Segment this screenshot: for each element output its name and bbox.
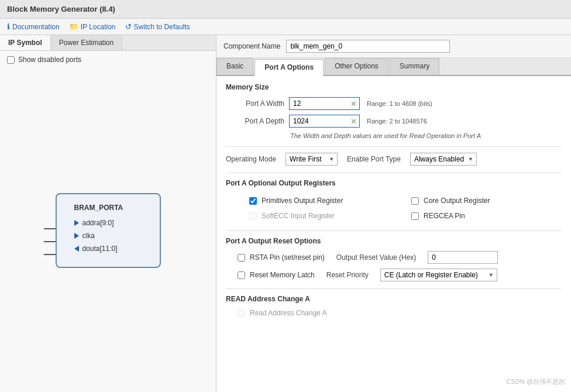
info-icon: ℹ — [7, 22, 10, 31]
port-a-width-range: Range: 1 to 4608 (bits) — [367, 100, 432, 107]
right-panel: Component Name Basic Port A Options Othe… — [216, 35, 571, 392]
arrow-in-icon — [74, 233, 79, 239]
tab-port-a-options[interactable]: Port A Options — [254, 59, 324, 76]
documentation-label: Documentation — [12, 23, 60, 31]
documentation-link[interactable]: ℹ Documentation — [7, 22, 60, 31]
enable-port-type-select-wrapper: Always Enabled Use ENA Pin — [410, 153, 477, 166]
rsta-pin-label: RSTA Pin (set/reset pin) — [250, 253, 325, 262]
reset-options-section: Port A Output Reset Options RSTA Pin (se… — [226, 237, 562, 281]
arrow-out-icon — [74, 246, 79, 252]
ip-location-link[interactable]: 📁 IP Location — [69, 22, 116, 31]
port-a-depth-input-wrapper: ✕ — [289, 115, 360, 128]
component-name-label: Component Name — [223, 42, 280, 50]
content-area: Memory Size Port A Width ✕ Range: 1 to 4… — [216, 76, 571, 392]
port-a-depth-range: Range: 2 to 1048576 — [367, 118, 427, 125]
switch-to-defaults-label: Switch to Defaults — [134, 23, 190, 31]
reset-memory-latch-row: Reset Memory Latch — [238, 271, 315, 279]
bram-port-clka: clka — [74, 232, 148, 240]
core-output-register-label: Core Output Register — [424, 197, 490, 205]
soft-ecc-input-register-checkbox[interactable] — [249, 212, 257, 220]
port-a-depth-row: Port A Depth ✕ Range: 2 to 1048576 — [226, 115, 562, 128]
operating-mode-select-wrapper: Write First Read First No Change — [286, 153, 338, 166]
read-address-change-row: Read Address Change A — [238, 309, 562, 317]
core-output-register-checkbox[interactable] — [411, 197, 419, 205]
arrow-in-icon — [74, 220, 79, 226]
reset-priority-select[interactable]: CE (Latch or Register Enable) SR (Set/Re… — [380, 269, 497, 281]
read-address-change-label: Read Address Change A — [250, 309, 326, 317]
rsta-pin-checkbox[interactable] — [238, 254, 245, 262]
regcea-pin-row: REGCEA Pin — [411, 212, 562, 220]
output-registers-checkboxes: Primitives Output Register Core Output R… — [238, 193, 562, 223]
regcea-pin-checkbox[interactable] — [411, 212, 419, 220]
rsta-pin-row: RSTA Pin (set/reset pin) — [238, 253, 325, 262]
output-registers-section: Port A Optional Output Registers Primiti… — [226, 179, 562, 223]
width-depth-info: The Width and Depth values are used for … — [290, 132, 562, 139]
symbol-area: BRAM_PORTA addra[9:0] clka douta[11:0] — [0, 68, 216, 392]
output-reset-value-input[interactable] — [428, 251, 498, 264]
port-a-width-input[interactable] — [290, 98, 348, 109]
tab-ip-symbol[interactable]: IP Symbol — [0, 35, 51, 50]
right-tabs: Basic Port A Options Other Options Summa… — [216, 58, 571, 76]
reset-priority-select-wrapper: CE (Latch or Register Enable) SR (Set/Re… — [380, 269, 497, 281]
tab-basic[interactable]: Basic — [216, 58, 253, 75]
show-disabled-checkbox[interactable] — [7, 56, 15, 64]
title-bar: Block Memory Generator (8.4) — [0, 0, 571, 19]
primitives-output-register-row: Primitives Output Register — [249, 197, 400, 205]
left-tabs: IP Symbol Power Estimation — [0, 35, 216, 51]
tab-summary[interactable]: Summary — [390, 58, 439, 75]
component-name-row: Component Name — [216, 35, 571, 58]
operating-mode-label: Operating Mode — [226, 155, 276, 163]
enable-port-type-label: Enable Port Type — [347, 155, 401, 163]
bram-port-douta: douta[11:0] — [74, 245, 148, 253]
reset-options-title: Port A Output Reset Options — [226, 237, 562, 245]
read-address-section: READ Address Change A Read Address Chang… — [226, 295, 562, 317]
ip-location-label: IP Location — [81, 23, 116, 31]
main-container: IP Symbol Power Estimation Show disabled… — [0, 35, 571, 392]
memory-size-title: Memory Size — [226, 83, 562, 91]
output-registers-title: Port A Optional Output Registers — [226, 179, 562, 187]
operating-mode-row: Operating Mode Write First Read First No… — [226, 153, 562, 166]
reset-memory-latch-checkbox[interactable] — [238, 271, 245, 279]
port-a-width-input-wrapper: ✕ — [289, 97, 360, 110]
folder-icon: 📁 — [69, 22, 78, 31]
port-a-width-label: Port A Width — [226, 99, 284, 108]
watermark: CSDN @自强不息的 — [507, 377, 565, 386]
regcea-pin-label: REGCEA Pin — [424, 212, 465, 220]
port-a-width-clear-btn[interactable]: ✕ — [348, 98, 359, 109]
port-a-width-row: Port A Width ✕ Range: 1 to 4608 (bits) — [226, 97, 562, 110]
app-title: Block Memory Generator (8.4) — [7, 5, 115, 13]
soft-ecc-input-register-row: SoftECC Input Register — [249, 212, 400, 220]
bram-port-addra: addra[9:0] — [74, 219, 148, 227]
bram-title: BRAM_PORTA — [74, 204, 148, 212]
reset-priority-label: Reset Priority — [326, 271, 369, 279]
enable-port-type-select[interactable]: Always Enabled Use ENA Pin — [410, 153, 477, 166]
port-a-depth-input[interactable] — [290, 115, 348, 127]
tab-other-options[interactable]: Other Options — [325, 58, 388, 75]
bram-symbol: BRAM_PORTA addra[9:0] clka douta[11:0] — [56, 193, 161, 268]
show-disabled-row: Show disabled ports — [0, 51, 216, 68]
show-disabled-label: Show disabled ports — [18, 56, 81, 64]
port-a-depth-label: Port A Depth — [226, 117, 284, 125]
primitives-output-register-label: Primitives Output Register — [262, 197, 343, 205]
port-a-depth-clear-btn[interactable]: ✕ — [348, 116, 359, 127]
soft-ecc-input-register-label: SoftECC Input Register — [262, 212, 335, 220]
refresh-icon: ↺ — [125, 22, 132, 31]
switch-to-defaults-link[interactable]: ↺ Switch to Defaults — [125, 22, 190, 31]
toolbar: ℹ Documentation 📁 IP Location ↺ Switch t… — [0, 19, 571, 35]
tab-power-estimation[interactable]: Power Estimation — [51, 35, 122, 50]
output-reset-value-label: Output Reset Value (Hex) — [336, 253, 417, 262]
left-panel: IP Symbol Power Estimation Show disabled… — [0, 35, 216, 392]
component-name-input[interactable] — [286, 40, 450, 53]
core-output-register-row: Core Output Register — [411, 197, 562, 205]
operating-mode-select[interactable]: Write First Read First No Change — [286, 153, 338, 166]
read-address-title: READ Address Change A — [226, 295, 562, 303]
read-address-change-checkbox[interactable] — [238, 310, 245, 317]
reset-memory-latch-label: Reset Memory Latch — [250, 271, 315, 279]
primitives-output-register-checkbox[interactable] — [249, 197, 257, 205]
